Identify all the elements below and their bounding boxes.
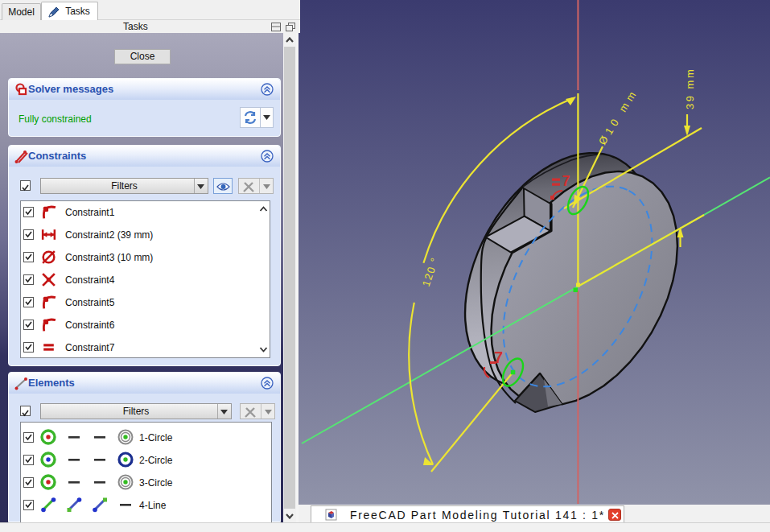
svg-text:39 mm: 39 mm [684,68,696,109]
svg-text:7: 7 [562,173,570,189]
